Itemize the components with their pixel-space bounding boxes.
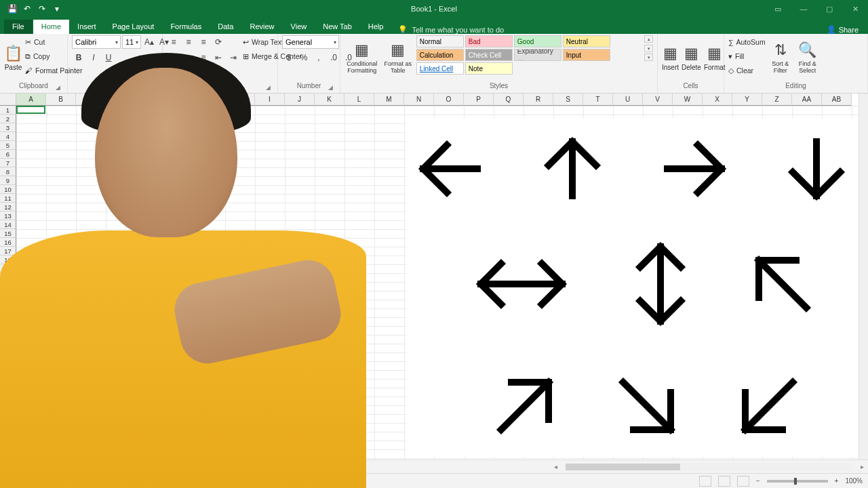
align-bottom-icon[interactable]: ≡ [197, 35, 210, 49]
format-cells-button[interactable]: ▦Format [704, 35, 726, 80]
align-top-icon[interactable]: ≡ [167, 35, 180, 49]
col-header-AA[interactable]: AA [792, 94, 822, 106]
tab-help[interactable]: Help [360, 20, 392, 34]
select-all-corner[interactable] [0, 94, 16, 106]
style-neutral[interactable]: Neutral [563, 35, 610, 47]
paste-button[interactable]: 📋 Paste [4, 35, 22, 80]
col-header-N[interactable]: N [404, 94, 434, 106]
col-header-B[interactable]: B [46, 94, 76, 106]
indent-inc-icon[interactable]: ⇥ [226, 51, 240, 64]
col-header-L[interactable]: L [344, 94, 374, 106]
align-left-icon[interactable]: ≡ [167, 51, 180, 64]
row-header-14[interactable]: 14 [0, 220, 16, 229]
style-check-cell[interactable]: Check Cell [465, 49, 513, 61]
comma-icon[interactable]: , [312, 51, 326, 64]
col-header-K[interactable]: K [315, 94, 344, 106]
col-header-D[interactable]: D [106, 94, 136, 106]
cell-grid[interactable] [16, 106, 859, 460]
indent-dec-icon[interactable]: ⇤ [212, 51, 225, 64]
col-header-R[interactable]: R [524, 94, 553, 106]
conditional-formatting-button[interactable]: ▦Conditional Formatting [344, 35, 380, 80]
style-note[interactable]: Note [465, 62, 513, 75]
redo-icon[interactable]: ↷ [37, 3, 47, 14]
alignment-launcher[interactable]: ◢ [264, 84, 272, 92]
styles-down-icon[interactable]: ▾ [644, 45, 653, 52]
col-header-H[interactable]: H [225, 94, 255, 106]
horizontal-scrollbar[interactable] [566, 463, 852, 471]
row-header-6[interactable]: 6 [0, 150, 16, 159]
view-page-layout-icon[interactable] [718, 476, 730, 487]
col-header-U[interactable]: U [613, 94, 643, 106]
style-calculation[interactable]: Calculation [416, 49, 464, 61]
vertical-scrollbar[interactable] [859, 94, 868, 460]
zoom-label[interactable]: 100% [845, 477, 863, 485]
style-good[interactable]: Good [514, 35, 561, 47]
number-format-combo[interactable]: General▾ [282, 35, 339, 49]
tab-formulas[interactable]: Formulas [162, 20, 210, 34]
view-normal-icon[interactable] [699, 476, 711, 487]
col-header-J[interactable]: J [285, 94, 315, 106]
cell-styles-gallery[interactable]: Normal Bad Good Neutral Calculation Chec… [416, 35, 642, 75]
italic-button[interactable]: I [87, 51, 100, 64]
row-header-16[interactable]: 16 [0, 238, 16, 247]
insert-cells-button[interactable]: ▦Insert [662, 35, 679, 80]
col-header-E[interactable]: E [136, 94, 165, 106]
row-header-21[interactable]: 21 [0, 282, 16, 291]
customize-qa-icon[interactable]: ▾ [52, 3, 62, 14]
style-input[interactable]: Input [563, 49, 610, 61]
align-center-icon[interactable]: ≡ [182, 51, 195, 64]
tab-new[interactable]: New Tab [315, 20, 360, 34]
tab-page-layout[interactable]: Page Layout [104, 20, 163, 34]
fill-button[interactable]: ▾Fill [728, 49, 766, 63]
format-as-table-button[interactable]: ▦Format as Table [382, 35, 414, 80]
row-header-4[interactable]: 4 [0, 132, 16, 141]
tell-me-search[interactable]: 💡 Tell me what you want to do [391, 25, 511, 34]
col-header-P[interactable]: P [464, 94, 494, 106]
row-header-11[interactable]: 11 [0, 194, 16, 203]
col-header-Q[interactable]: Q [494, 94, 524, 106]
bold-button[interactable]: B [72, 51, 85, 64]
tab-data[interactable]: Data [210, 20, 241, 34]
row-header-13[interactable]: 13 [0, 211, 16, 220]
autosum-button[interactable]: ∑AutoSum [728, 35, 766, 49]
row-header-15[interactable]: 15 [0, 229, 16, 238]
sort-filter-button[interactable]: ⇅Sort & Filter [768, 35, 793, 80]
row-header-7[interactable]: 7 [0, 159, 16, 167]
clipboard-launcher[interactable]: ◢ [54, 84, 62, 92]
col-header-G[interactable]: G [195, 94, 225, 106]
maximize-icon[interactable]: ▢ [816, 0, 842, 18]
tab-view[interactable]: View [283, 20, 315, 34]
col-header-Z[interactable]: Z [762, 94, 792, 106]
hscroll-right-icon[interactable]: ▸ [856, 463, 868, 470]
row-header-2[interactable]: 2 [0, 115, 16, 123]
row-header-23[interactable]: 23 [0, 300, 16, 308]
clear-button[interactable]: ◇Clear [728, 64, 766, 77]
share-button[interactable]: 👤 Share [817, 25, 868, 34]
zoom-out-icon[interactable]: − [756, 477, 760, 485]
row-header-19[interactable]: 19 [0, 264, 16, 273]
row-header-9[interactable]: 9 [0, 176, 16, 185]
styles-up-icon[interactable]: ▴ [644, 35, 653, 43]
tab-review[interactable]: Review [241, 20, 282, 34]
col-header-X[interactable]: X [703, 94, 732, 106]
style-explanatory[interactable]: Explanatory ... [514, 49, 561, 61]
col-header-Y[interactable]: Y [732, 94, 762, 106]
delete-cells-button[interactable]: ▦Delete [682, 35, 701, 80]
inc-decimal-icon[interactable]: .0 [327, 51, 340, 64]
font-size-combo[interactable]: 11▾ [122, 35, 141, 49]
row-header-5[interactable]: 5 [0, 141, 16, 150]
minimize-icon[interactable]: — [791, 0, 816, 18]
row-header-12[interactable]: 12 [0, 203, 16, 211]
ribbon-options-icon[interactable]: ▭ [765, 0, 791, 18]
increase-font-icon[interactable]: A▴ [142, 35, 156, 49]
col-header-M[interactable]: M [374, 94, 404, 106]
row-header-3[interactable]: 3 [0, 123, 16, 132]
style-bad[interactable]: Bad [465, 35, 513, 47]
row-header-10[interactable]: 10 [0, 185, 16, 194]
col-header-T[interactable]: T [583, 94, 613, 106]
orientation-icon[interactable]: ⟳ [212, 35, 225, 49]
zoom-in-icon[interactable]: + [835, 477, 839, 485]
col-header-F[interactable]: F [165, 94, 195, 106]
row-header-18[interactable]: 18 [0, 256, 16, 264]
align-middle-icon[interactable]: ≡ [182, 35, 195, 49]
